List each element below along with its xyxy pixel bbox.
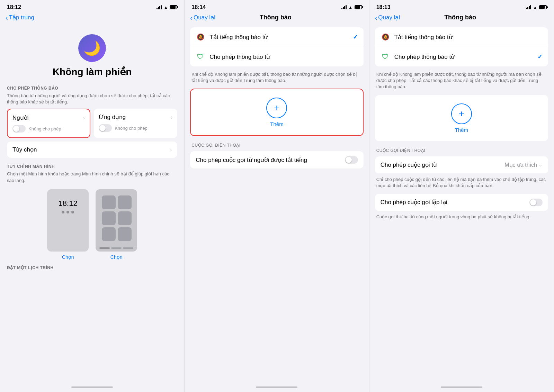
allow-people-toggle[interactable] [12, 125, 26, 133]
custom-options-chevron: › [170, 147, 172, 153]
call-allow-label-2: Cho phép cuộc gọi từ người được tắt tiến… [196, 156, 340, 164]
home-indicator-3 [441, 386, 482, 388]
screen-2: 18:14 ▲ ‹ Quay lại Thông báo 🔕 [185, 0, 369, 392]
add-label-3: Thêm [455, 127, 468, 133]
allow-apps-toggle[interactable] [99, 124, 112, 132]
mute-row-2[interactable]: 🔕 Tắt tiếng thông báo từ ✓ [190, 27, 363, 47]
allow-label-2: Cho phép thông báo từ [209, 53, 358, 61]
hint-text-3: Khi chế độ Không làm phiền được bật, thô… [375, 71, 548, 90]
mute-allow-card-3: 🔕 Tắt tiếng thông báo từ 🛡 Cho phép thôn… [375, 27, 548, 66]
section-screen-desc: Chọn một Màn hình khóa hoặc trang Màn hì… [7, 171, 177, 183]
back-label-1: Tập trung [9, 14, 34, 21]
nav-title-2: Thông báo [215, 14, 336, 21]
home-indicator-1 [71, 386, 113, 388]
call-section-header-2: CUỘC GỌI ĐIỆN THOẠI [190, 141, 363, 150]
mute-row-3[interactable]: 🔕 Tắt tiếng thông báo từ [375, 27, 548, 47]
back-button-1[interactable]: ‹ Tập trung [6, 14, 34, 21]
allow-people-card[interactable]: Người › Không cho phép [7, 109, 90, 138]
nav-bar-2: ‹ Quay lại Thông báo [185, 12, 369, 24]
shield-icon-3: 🛡 [381, 52, 390, 62]
screen-thumbnails: 18:12 Chọn [7, 189, 177, 260]
back-chevron-2: ‹ [190, 14, 193, 21]
back-chevron-3: ‹ [375, 14, 377, 21]
thumb-time-display: 18:12 [50, 192, 86, 209]
focus-icon-area: 🌙 [7, 34, 177, 62]
lock-screen-thumb-wrap: 18:12 Chọn [47, 189, 89, 260]
allow-row-3[interactable]: 🛡 Cho phép thông báo từ ✓ [375, 47, 548, 66]
allow-check-3: ✓ [537, 53, 543, 61]
call-card-2: Cho phép cuộc gọi từ người được tắt tiến… [190, 151, 363, 168]
time-3: 18:13 [376, 4, 391, 10]
custom-options-row[interactable]: Tùy chọn › [7, 142, 177, 158]
call-repeat-label-3: Cho phép cuộc gọi lặp lại [381, 199, 525, 206]
section-allow-desc: Thông báo từ những người và ứng dụng đượ… [7, 93, 177, 105]
call-repeat-card-3: Cho phép cuộc gọi lặp lại [375, 194, 548, 211]
allow-row-2[interactable]: 🛡 Cho phép thông báo từ [190, 47, 363, 66]
call-allow-label-3: Cho phép cuộc gọi từ [381, 161, 501, 168]
lock-screen-choose-btn[interactable]: Chọn [62, 254, 74, 260]
call-allow-row-2[interactable]: Cho phép cuộc gọi từ người được tắt tiến… [190, 151, 363, 168]
thumb-icon-3 [102, 211, 116, 225]
time-1: 18:12 [7, 4, 21, 10]
wifi-icon-1: ▲ [163, 5, 168, 10]
back-label-2: Quay lại [194, 14, 215, 21]
call-allow-value-3: Mục ưa thích [504, 162, 537, 168]
thumb-icons [98, 192, 134, 245]
back-button-2[interactable]: ‹ Quay lại [190, 14, 215, 21]
call-allow-chevron-3: ⌄ [538, 162, 543, 167]
status-bar-2: 18:14 ▲ [185, 0, 369, 12]
allow-apps-toggle-label: Không cho phép [115, 126, 148, 131]
allow-people-chevron: › [83, 115, 85, 121]
battery-icon-3 [539, 5, 547, 9]
add-button-card-2[interactable]: + Thêm [190, 89, 363, 136]
call-allow-toggle-2[interactable] [345, 156, 358, 164]
nav-title-3: Thông báo [400, 14, 520, 21]
signal-icon-2 [341, 5, 347, 9]
mute-label-2: Tắt tiếng thông báo từ [209, 34, 348, 41]
allow-people-toggle-row: Không cho phép [12, 125, 85, 133]
status-icons-1: ▲ [157, 5, 177, 10]
nav-bar-1: ‹ Tập trung [0, 12, 184, 24]
bell-struck-icon-2: 🔕 [196, 32, 205, 42]
allow-apps-chevron: › [171, 114, 172, 120]
call-allow-value-row: Mục ưa thích ⌄ [504, 162, 543, 168]
back-chevron-1: ‹ [6, 14, 8, 21]
section-allow-label: CHO PHÉP THÔNG BÁO [7, 86, 177, 91]
schedule-section-label: ĐẶT MỘT LỊCH TRÌNH [7, 265, 177, 270]
screen1-content: 🌙 Không làm phiền CHO PHÉP THÔNG BÁO Thô… [0, 24, 184, 384]
signal-icon-3 [526, 5, 531, 9]
allow-apps-toggle-row: Không cho phép [99, 124, 172, 132]
thumb-icon-1 [102, 195, 116, 209]
allow-cards-grid: Người › Không cho phép Ứng dụng › Không … [7, 109, 177, 138]
signal-icon-1 [157, 5, 162, 9]
section-screen-label: TÙY CHỈNH MÀN HÌNH [7, 164, 177, 169]
allow-people-title-row: Người › [12, 114, 85, 121]
back-button-3[interactable]: ‹ Quay lại [375, 14, 400, 21]
plus-icon-3: + [451, 103, 472, 124]
mute-allow-card-2: 🔕 Tắt tiếng thông báo từ ✓ 🛡 Cho phép th… [190, 27, 363, 66]
home-screen-choose-btn[interactable]: Chọn [110, 254, 123, 260]
call-allow-row-3[interactable]: Cho phép cuộc gọi từ Mục ưa thích ⌄ [375, 156, 548, 174]
add-button-card-3[interactable]: + Thêm [375, 95, 548, 141]
hint-text-2: Khi chế độ Không làm phiền được bật, thô… [190, 71, 363, 84]
screen3-content: 🔕 Tắt tiếng thông báo từ 🛡 Cho phép thôn… [369, 24, 554, 384]
call-repeat-toggle-3[interactable] [529, 199, 543, 206]
allow-people-label: Người [12, 114, 29, 121]
shield-icon-2: 🛡 [196, 52, 205, 62]
call-repeat-row-3[interactable]: Cho phép cuộc gọi lặp lại [375, 194, 548, 211]
back-label-3: Quay lại [378, 14, 400, 21]
home-screen-thumb-wrap: Chọn [96, 189, 137, 260]
allow-apps-card[interactable]: Ứng dụng › Không cho phép [94, 109, 177, 138]
home-indicator-2 [256, 386, 297, 388]
custom-options-card: Tùy chọn › [7, 142, 177, 158]
call-section-header-3: CUỘC GỌI ĐIỆN THOẠI [375, 146, 548, 155]
thumb-icon-5 [102, 227, 116, 241]
screen2-content: 🔕 Tắt tiếng thông báo từ ✓ 🛡 Cho phép th… [185, 24, 369, 384]
mute-label-3: Tắt tiếng thông báo từ [394, 34, 543, 41]
wifi-icon-3: ▲ [533, 5, 537, 10]
add-label-2: Thêm [270, 121, 283, 127]
home-screen-thumbnail [96, 189, 137, 252]
status-bar-3: 18:13 ▲ [369, 0, 554, 12]
time-2: 18:14 [191, 4, 206, 10]
allow-people-toggle-label: Không cho phép [28, 126, 61, 131]
